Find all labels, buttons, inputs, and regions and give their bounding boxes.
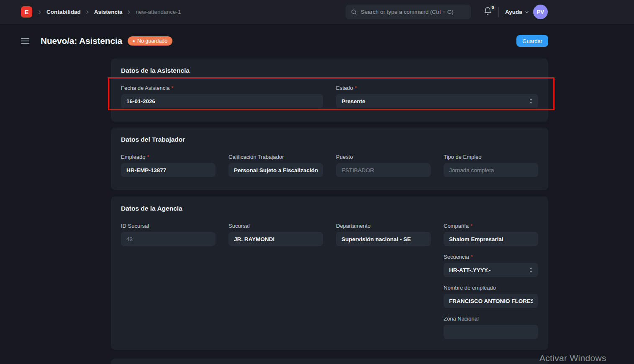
field-label: Nombre de empleado	[444, 285, 496, 290]
calificacion-trabajador-input[interactable]	[228, 163, 323, 177]
breadcrumb-separator-icon	[85, 9, 90, 15]
empleado-input[interactable]	[121, 163, 216, 177]
section-datos-asistencia: Datos de la Asistencia Fecha de Asistenc…	[111, 59, 548, 122]
global-search[interactable]	[346, 5, 471, 19]
breadcrumb-item-current: new-attendance-1	[136, 9, 181, 15]
required-marker: *	[354, 85, 357, 91]
page-header: Nuevo/a: Asistencia No guardado Guardar	[21, 34, 548, 48]
section-datos-agencia: Datos de la Agencia ID Sucursal Sucursal…	[111, 196, 548, 350]
field-label: Calificación Trabajador	[228, 154, 284, 160]
field-label: Secuencia	[444, 254, 469, 260]
navbar-divider	[498, 7, 499, 17]
breadcrumb-separator-icon	[37, 9, 43, 15]
section-datos-trabajador: Datos del Trabajador Empleado * Califica…	[111, 127, 548, 190]
breadcrumb-separator-icon	[126, 9, 132, 15]
field-nombre-empleado: Nombre de empleado	[444, 285, 538, 308]
field-secuencia: Secuencia * HR-ATT-.YYYY.-	[444, 254, 538, 277]
field-puesto: Puesto	[336, 154, 431, 177]
breadcrumb-item-contabilidad[interactable]: Contabilidad	[46, 9, 81, 15]
field-label: Tipo de Empleo	[444, 154, 482, 160]
field-sucursal: Sucursal	[228, 223, 323, 246]
avatar-initials: PV	[537, 9, 544, 15]
app-logo[interactable]: E	[21, 6, 32, 18]
breadcrumb-item-asistencia[interactable]: Asistencia	[94, 9, 123, 15]
unsaved-dot	[133, 40, 135, 42]
tipo-empleo-input	[444, 163, 538, 177]
save-button[interactable]: Guardar	[516, 35, 548, 47]
field-departamento: Departamento	[336, 223, 431, 246]
status-badge-label: No guardado	[137, 38, 167, 44]
field-label: Empleado	[121, 154, 146, 160]
field-compania: Compañía *	[444, 223, 538, 246]
sucursal-input[interactable]	[228, 232, 323, 246]
id-sucursal-input	[121, 232, 216, 246]
section-title: Datos del Trabajador	[121, 136, 538, 143]
field-label: ID Sucursal	[121, 223, 149, 229]
secuencia-select[interactable]: HR-ATT-.YYYY.-	[444, 263, 538, 277]
required-marker: *	[471, 254, 473, 260]
avatar[interactable]: PV	[533, 5, 548, 19]
field-label: Sucursal	[228, 223, 250, 229]
field-id-sucursal: ID Sucursal	[121, 223, 216, 246]
field-calificacion-trabajador: Calificación Trabajador	[228, 154, 323, 177]
field-label: Estado	[336, 85, 353, 91]
field-tipo-empleo: Tipo de Empleo	[444, 154, 538, 177]
app-logo-letter: E	[24, 8, 28, 15]
required-marker: *	[147, 154, 149, 160]
chevron-down-icon	[524, 10, 529, 15]
help-label: Ayuda	[505, 9, 522, 15]
field-label: Puesto	[336, 154, 353, 160]
section-next-partial	[111, 359, 548, 364]
estado-select[interactable]: Presente	[336, 94, 538, 108]
search-icon	[351, 9, 357, 15]
field-fecha-asistencia: Fecha de Asistencia *	[121, 85, 323, 108]
nombre-empleado-input[interactable]	[444, 294, 538, 308]
field-zona-nacional: Zona Nacional	[444, 316, 538, 339]
field-label: Departamento	[336, 223, 370, 229]
status-badge: No guardado	[128, 36, 172, 46]
required-marker: *	[470, 223, 472, 229]
field-estado: Estado * Presente	[336, 85, 538, 108]
search-input[interactable]	[361, 9, 466, 15]
puesto-input	[336, 163, 431, 177]
field-label: Zona Nacional	[444, 316, 479, 321]
compania-input[interactable]	[444, 232, 538, 246]
select-chevrons-icon	[529, 98, 534, 104]
departamento-input[interactable]	[336, 232, 431, 246]
field-label: Compañía	[444, 223, 469, 229]
page-title: Nuevo/a: Asistencia	[41, 36, 122, 46]
help-menu[interactable]: Ayuda	[505, 0, 529, 24]
field-empleado: Empleado *	[121, 154, 216, 177]
activate-windows-watermark: Activar Windows	[539, 353, 606, 363]
section-title: Datos de la Agencia	[121, 205, 538, 212]
fecha-asistencia-input[interactable]	[121, 94, 323, 108]
top-navbar: E Contabilidad Asistencia new-attendance…	[0, 0, 634, 24]
notification-count-badge: 0	[490, 5, 496, 11]
zona-nacional-input[interactable]	[444, 325, 538, 339]
field-label: Fecha de Asistencia	[121, 85, 169, 91]
required-marker: *	[171, 85, 173, 91]
notifications-button[interactable]: 0	[483, 7, 493, 18]
breadcrumb: Contabilidad Asistencia new-attendance-1	[37, 0, 181, 24]
select-chevrons-icon	[529, 267, 534, 273]
section-title: Datos de la Asistencia	[121, 67, 538, 74]
sidebar-toggle-icon[interactable]	[21, 38, 29, 44]
